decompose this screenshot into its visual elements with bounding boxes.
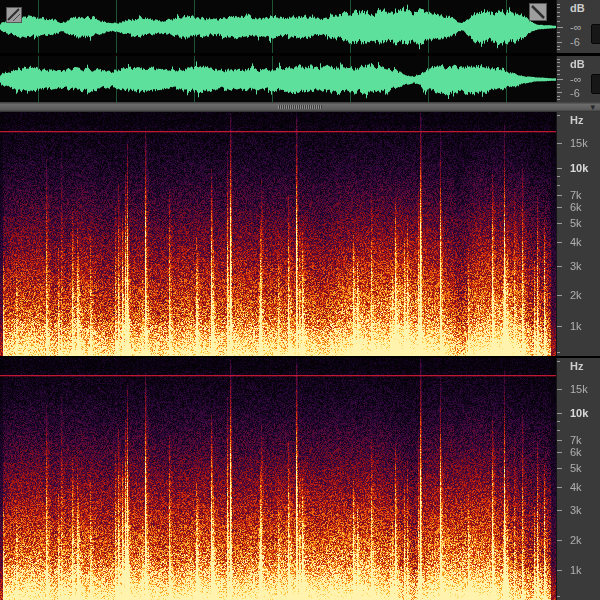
spectrogram-canvas-2[interactable]	[0, 358, 556, 600]
amplitude-ruler-1[interactable]: dB -∞ -6	[556, 0, 600, 53]
ruler-tick	[557, 4, 560, 5]
freq-tick-label-10k: 10k	[570, 162, 588, 174]
ruler-tick	[557, 195, 562, 196]
ruler-tick	[557, 440, 562, 441]
spectrogram-row-1: Hz 15k10k7k6k5k4k3k2k1k	[0, 112, 600, 356]
right-edge-box[interactable]	[591, 74, 600, 94]
ruler-tick	[557, 413, 562, 414]
hz-unit-label: Hz	[570, 360, 583, 372]
ruler-tick	[557, 66, 560, 67]
right-edge-box[interactable]	[591, 24, 600, 44]
ruler-tick	[557, 223, 562, 224]
ruler-tick	[557, 326, 562, 327]
ruler-tick	[557, 185, 560, 186]
ruler-tick	[557, 115, 560, 116]
ruler-tick	[557, 242, 562, 243]
waveform-canvas-2[interactable]	[0, 56, 556, 102]
ruler-tick	[557, 487, 562, 488]
ruler-tick	[557, 570, 562, 571]
ruler-tick	[557, 74, 560, 75]
panel-menu-arrow-icon[interactable]: ▾	[590, 102, 595, 112]
ruler-tick	[557, 389, 562, 390]
freq-tick-label-5k: 5k	[570, 462, 582, 474]
freq-tick-label-7k: 7k	[570, 189, 582, 201]
ruler-tick	[557, 62, 560, 63]
freq-tick-label-5k: 5k	[570, 217, 582, 229]
waveform-canvas-1[interactable]	[0, 0, 556, 53]
freq-tick-label-1k: 1k	[570, 320, 582, 332]
spectrogram-plot-2[interactable]	[0, 358, 556, 600]
panel-splitter[interactable]: ▾	[0, 102, 600, 112]
freq-tick-label-4k: 4k	[570, 481, 582, 493]
ruler-tick	[557, 12, 560, 13]
selection-handle-right[interactable]	[529, 3, 547, 21]
ruler-tick	[557, 468, 562, 469]
freq-tick-label-6k: 6k	[570, 201, 582, 213]
spectrogram-canvas-1[interactable]	[0, 112, 556, 356]
db-unit-label: dB	[570, 2, 585, 14]
ruler-tick	[557, 96, 560, 97]
ruler-tick	[557, 7, 560, 8]
waveform-plot-1[interactable]	[0, 0, 556, 53]
freq-tick-label-3k: 3k	[570, 504, 582, 516]
db-tick-label-neg6: -6	[570, 36, 580, 48]
ruler-tick	[557, 92, 562, 93]
ruler-tick	[557, 361, 560, 362]
ruler-tick	[557, 42, 562, 43]
ruler-tick	[557, 452, 562, 453]
ruler-tick	[557, 21, 560, 22]
freq-tick-label-1k: 1k	[570, 564, 582, 576]
freq-tick-label-3k: 3k	[570, 260, 582, 272]
freq-tick-label-2k: 2k	[570, 289, 582, 301]
ruler-tick	[557, 168, 562, 169]
ruler-tick	[557, 70, 560, 71]
ruler-tick	[557, 540, 562, 541]
db-tick-label-neg-inf: -∞	[570, 73, 582, 85]
ruler-tick	[557, 421, 560, 422]
ruler-tick	[557, 430, 560, 431]
ruler-tick	[557, 352, 560, 353]
spectrogram-plot-1[interactable]	[0, 112, 556, 356]
ruler-tick	[557, 49, 560, 50]
freq-tick-label-15k: 15k	[570, 137, 588, 149]
ruler-tick	[557, 27, 563, 28]
waveform-plot-2[interactable]	[0, 56, 556, 102]
ruler-tick	[557, 99, 560, 100]
db-unit-label: dB	[570, 58, 585, 70]
ruler-tick	[557, 510, 562, 511]
freq-tick-label-10k: 10k	[570, 407, 588, 419]
ruler-tick	[557, 59, 560, 60]
db-tick-label-neg-inf: -∞	[570, 21, 582, 33]
ruler-tick	[557, 596, 560, 597]
freq-tick-label-6k: 6k	[570, 446, 582, 458]
ruler-tick	[557, 87, 560, 88]
ruler-tick	[557, 46, 560, 47]
freq-tick-label-7k: 7k	[570, 434, 582, 446]
freq-tick-label-15k: 15k	[570, 383, 588, 395]
ruler-tick	[557, 176, 560, 177]
ruler-tick	[557, 84, 560, 85]
ruler-tick	[557, 207, 562, 208]
ruler-tick	[557, 79, 563, 80]
diagonal-grip-icon	[530, 4, 546, 20]
audio-editor-window: dB -∞ -6 dB -∞ -6 ▾ Hz 15k10k7k6k5k4k3k2…	[0, 0, 600, 600]
amplitude-ruler-2[interactable]: dB -∞ -6	[556, 56, 600, 102]
waveform-row-2: dB -∞ -6	[0, 56, 600, 102]
frequency-ruler-1[interactable]: Hz 15k10k7k6k5k4k3k2k1k	[556, 112, 600, 356]
freq-tick-label-2k: 2k	[570, 534, 582, 546]
spectrogram-row-2: Hz 15k10k7k6k5k4k3k2k1k	[0, 358, 600, 600]
frequency-ruler-2[interactable]: Hz 15k10k7k6k5k4k3k2k1k	[556, 358, 600, 600]
ruler-tick	[557, 16, 560, 17]
db-tick-label-neg6: -6	[570, 87, 580, 99]
selection-handle-left[interactable]	[6, 7, 22, 23]
ruler-tick	[557, 295, 562, 296]
splitter-grip-icon[interactable]	[278, 105, 322, 109]
ruler-tick	[557, 32, 560, 33]
ruler-tick	[557, 143, 562, 144]
ruler-tick	[557, 266, 562, 267]
freq-tick-label-4k: 4k	[570, 236, 582, 248]
ruler-tick	[557, 36, 560, 37]
waveform-row-1: dB -∞ -6	[0, 0, 600, 53]
diagonal-grip-icon	[7, 8, 21, 22]
hz-unit-label: Hz	[570, 114, 583, 126]
